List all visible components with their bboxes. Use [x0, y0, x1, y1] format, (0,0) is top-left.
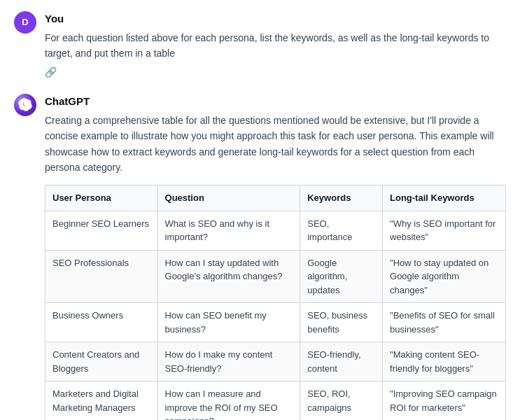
cell-keywords: SEO, ROI, campaigns [300, 382, 383, 420]
cell-persona: SEO Professionals [45, 250, 158, 303]
cell-keywords: SEO, business benefits [300, 303, 383, 342]
edit-icon[interactable]: 🔗 [45, 65, 506, 80]
table-row: Business OwnersHow can SEO benefit my bu… [45, 303, 506, 342]
col-header-longtail: Long-tail Keywords [383, 186, 506, 211]
user-message-text: For each question listed above for each … [45, 30, 506, 62]
cell-question: What is SEO and why is it important? [157, 211, 300, 250]
table-row: SEO ProfessionalsHow can I stay updated … [45, 250, 506, 303]
cell-question: How do I make my content SEO-friendly? [157, 342, 300, 382]
user-message: D You For each question listed above for… [14, 11, 506, 80]
cell-persona: Marketers and Digital Marketing Managers [45, 382, 158, 420]
cell-longtail: "How to stay updated on Google algorithm… [383, 250, 506, 303]
col-header-question: Question [157, 186, 300, 211]
avatar-letter: D [22, 15, 28, 29]
cell-persona: Business Owners [45, 303, 158, 342]
gpt-avatar [14, 94, 36, 116]
user-sender-name: You [45, 11, 506, 27]
table-header-row: User Persona Question Keywords Long-tail… [45, 186, 506, 211]
cell-longtail: "Benefits of SEO for small businesses" [383, 303, 506, 342]
gpt-message-content: ChatGPT Creating a comprehensive table f… [45, 94, 506, 420]
gpt-message: ChatGPT Creating a comprehensive table f… [14, 94, 506, 420]
cell-longtail: "Why is SEO important for websites" [383, 211, 506, 250]
avatar: D [14, 11, 36, 34]
cell-keywords: SEO, importance [300, 211, 383, 250]
keywords-table: User Persona Question Keywords Long-tail… [45, 185, 506, 420]
cell-persona: Beginner SEO Learners [45, 211, 158, 250]
cell-question: How can I measure and improve the ROI of… [157, 382, 300, 420]
cell-question: How can SEO benefit my business? [157, 303, 300, 342]
col-header-keywords: Keywords [300, 186, 383, 211]
user-message-content: You For each question listed above for e… [45, 11, 506, 80]
gpt-sender-name: ChatGPT [45, 94, 506, 110]
gpt-intro-text: Creating a comprehensive table for all t… [45, 113, 506, 176]
cell-keywords: Google algorithm, updates [300, 250, 383, 303]
cell-question: How can I stay updated with Google's alg… [157, 250, 300, 303]
cell-persona: Content Creators and Bloggers [45, 342, 158, 382]
col-header-persona: User Persona [45, 186, 158, 211]
cell-keywords: SEO-friendly, content [300, 342, 383, 382]
table-row: Marketers and Digital Marketing Managers… [45, 382, 506, 420]
table-row: Beginner SEO LearnersWhat is SEO and why… [45, 211, 506, 250]
cell-longtail: "Making content SEO-friendly for blogger… [383, 342, 506, 382]
chatgpt-icon [18, 98, 32, 112]
table-row: Content Creators and BloggersHow do I ma… [45, 342, 506, 382]
cell-longtail: "Improving SEO campaign ROI for marketer… [383, 382, 506, 420]
